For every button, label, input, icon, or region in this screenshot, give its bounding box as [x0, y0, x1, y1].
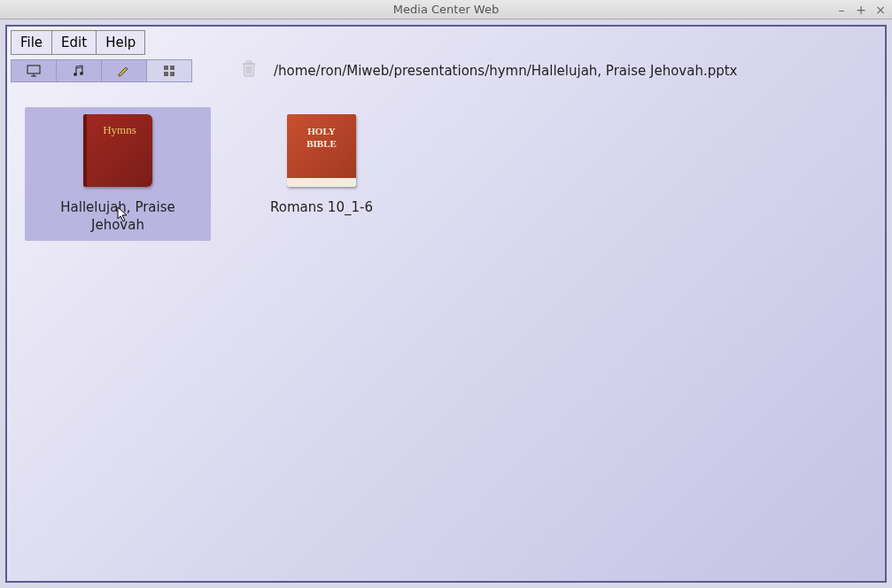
window-title: Media Center Web	[393, 3, 499, 16]
edit-mode-button[interactable]	[101, 59, 147, 82]
file-label: Hallelujah, Praise Jehovah	[34, 199, 202, 234]
svg-rect-6	[170, 66, 175, 70]
menu-help[interactable]: Help	[96, 30, 145, 55]
close-button[interactable]: ×	[874, 3, 887, 17]
menu-edit[interactable]: Edit	[51, 30, 97, 55]
svg-rect-0	[27, 66, 40, 74]
thumbnail	[287, 114, 356, 187]
presentation-icon	[27, 65, 41, 77]
music-icon	[72, 64, 86, 78]
window-titlebar: Media Center Web – + ×	[0, 0, 892, 19]
file-label: Romans 10_1-6	[270, 199, 373, 217]
menu-file[interactable]: File	[11, 30, 52, 55]
svg-rect-8	[170, 72, 175, 76]
svg-point-4	[80, 72, 83, 75]
file-item-hallelujah[interactable]: Hallelujah, Praise Jehovah	[25, 107, 211, 241]
app-frame: File Edit Help	[5, 25, 887, 583]
grid-icon	[163, 65, 175, 77]
svg-rect-7	[164, 72, 168, 76]
maximize-button[interactable]: +	[855, 3, 867, 17]
grid-mode-button[interactable]	[146, 59, 192, 82]
trash-icon[interactable]	[240, 58, 258, 82]
hymns-book-icon	[83, 114, 152, 187]
svg-rect-5	[164, 66, 168, 70]
path-section: /home/ron/Miweb/presentations/hymn/Halle…	[240, 58, 881, 82]
file-item-romans[interactable]: Romans 10_1-6	[229, 107, 415, 224]
pencil-icon	[117, 64, 131, 78]
bible-book-icon	[287, 114, 356, 187]
toolbar: /home/ron/Miweb/presentations/hymn/Halle…	[7, 57, 885, 89]
music-mode-button[interactable]	[56, 59, 102, 82]
current-path: /home/ron/Miweb/presentations/hymn/Halle…	[274, 63, 737, 79]
content-area: Hallelujah, Praise Jehovah Romans 10_1-6	[7, 89, 885, 581]
minimize-button[interactable]: –	[835, 3, 848, 17]
presentation-mode-button[interactable]	[11, 59, 57, 82]
svg-point-3	[74, 73, 77, 76]
menubar: File Edit Help	[7, 27, 885, 57]
thumbnail	[83, 114, 152, 187]
